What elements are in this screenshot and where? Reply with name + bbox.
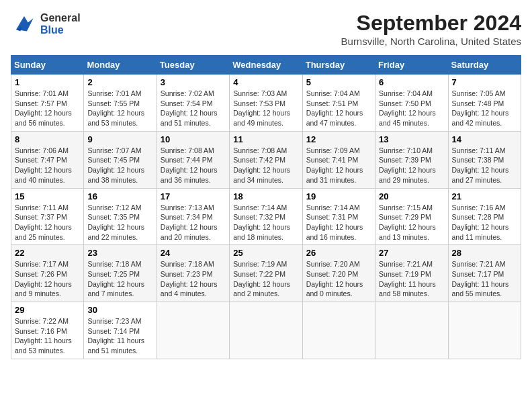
calendar-week-5: 29Sunrise: 7:22 AMSunset: 7:16 PMDayligh… — [11, 302, 521, 359]
day-header-saturday: Saturday — [448, 56, 521, 75]
calendar-cell: 13Sunrise: 7:10 AMSunset: 7:39 PMDayligh… — [375, 131, 448, 188]
day-number: 20 — [379, 191, 444, 201]
day-number: 28 — [452, 248, 517, 258]
day-info: Sunrise: 7:20 AMSunset: 7:20 PMDaylight:… — [306, 259, 371, 299]
day-number: 8 — [15, 134, 80, 144]
day-info: Sunrise: 7:06 AMSunset: 7:47 PMDaylight:… — [15, 146, 80, 185]
calendar-week-1: 1Sunrise: 7:01 AMSunset: 7:57 PMDaylight… — [11, 75, 521, 132]
day-info: Sunrise: 7:08 AMSunset: 7:44 PMDaylight:… — [161, 146, 226, 185]
calendar-cell: 14Sunrise: 7:11 AMSunset: 7:38 PMDayligh… — [448, 131, 521, 188]
calendar-cell: 25Sunrise: 7:19 AMSunset: 7:22 PMDayligh… — [230, 245, 302, 302]
logo-icon — [11, 11, 38, 38]
day-info: Sunrise: 7:01 AMSunset: 7:57 PMDaylight:… — [15, 89, 80, 128]
calendar-cell: 4Sunrise: 7:03 AMSunset: 7:53 PMDaylight… — [230, 75, 302, 132]
day-info: Sunrise: 7:07 AMSunset: 7:45 PMDaylight:… — [87, 146, 152, 185]
day-number: 9 — [87, 134, 152, 144]
calendar-table: SundayMondayTuesdayWednesdayThursdayFrid… — [11, 55, 521, 359]
calendar-cell: 30Sunrise: 7:23 AMSunset: 7:14 PMDayligh… — [84, 302, 157, 359]
calendar-cell — [302, 302, 375, 359]
day-number: 24 — [161, 248, 226, 258]
day-number: 17 — [161, 191, 226, 201]
calendar-cell: 19Sunrise: 7:14 AMSunset: 7:31 PMDayligh… — [302, 188, 375, 245]
day-info: Sunrise: 7:18 AMSunset: 7:23 PMDaylight:… — [161, 259, 226, 299]
calendar-cell: 11Sunrise: 7:08 AMSunset: 7:42 PMDayligh… — [230, 131, 302, 188]
day-info: Sunrise: 7:10 AMSunset: 7:39 PMDaylight:… — [379, 146, 444, 185]
day-info: Sunrise: 7:13 AMSunset: 7:34 PMDaylight:… — [161, 203, 226, 242]
day-info: Sunrise: 7:21 AMSunset: 7:17 PMDaylight:… — [452, 259, 517, 299]
calendar-week-3: 15Sunrise: 7:11 AMSunset: 7:37 PMDayligh… — [11, 188, 521, 245]
day-number: 7 — [452, 77, 517, 87]
day-info: Sunrise: 7:01 AMSunset: 7:55 PMDaylight:… — [87, 89, 152, 128]
calendar-cell — [230, 302, 302, 359]
calendar-cell: 2Sunrise: 7:01 AMSunset: 7:55 PMDaylight… — [84, 75, 157, 132]
calendar-cell: 15Sunrise: 7:11 AMSunset: 7:37 PMDayligh… — [11, 188, 84, 245]
page-header: General Blue September 2024 Burnsville, … — [11, 11, 521, 47]
calendar-cell: 27Sunrise: 7:21 AMSunset: 7:19 PMDayligh… — [375, 245, 448, 302]
day-header-sunday: Sunday — [11, 56, 84, 75]
day-info: Sunrise: 7:04 AMSunset: 7:50 PMDaylight:… — [379, 89, 444, 128]
page-title: September 2024 — [341, 11, 521, 36]
day-info: Sunrise: 7:23 AMSunset: 7:14 PMDaylight:… — [87, 316, 152, 356]
day-number: 2 — [87, 77, 152, 87]
calendar-cell: 20Sunrise: 7:15 AMSunset: 7:29 PMDayligh… — [375, 188, 448, 245]
calendar-header: SundayMondayTuesdayWednesdayThursdayFrid… — [11, 56, 521, 75]
day-number: 6 — [379, 77, 444, 87]
day-header-thursday: Thursday — [302, 56, 375, 75]
days-of-week-row: SundayMondayTuesdayWednesdayThursdayFrid… — [11, 56, 521, 75]
calendar-cell: 8Sunrise: 7:06 AMSunset: 7:47 PMDaylight… — [11, 131, 84, 188]
day-number: 25 — [233, 248, 298, 258]
calendar-cell: 17Sunrise: 7:13 AMSunset: 7:34 PMDayligh… — [157, 188, 229, 245]
day-number: 30 — [87, 305, 152, 315]
day-number: 16 — [87, 191, 152, 201]
day-info: Sunrise: 7:12 AMSunset: 7:35 PMDaylight:… — [87, 203, 152, 242]
calendar-week-4: 22Sunrise: 7:17 AMSunset: 7:26 PMDayligh… — [11, 245, 521, 302]
calendar-cell: 18Sunrise: 7:14 AMSunset: 7:32 PMDayligh… — [230, 188, 302, 245]
day-info: Sunrise: 7:04 AMSunset: 7:51 PMDaylight:… — [306, 89, 371, 128]
day-header-tuesday: Tuesday — [157, 56, 229, 75]
day-number: 26 — [306, 248, 371, 258]
day-info: Sunrise: 7:11 AMSunset: 7:37 PMDaylight:… — [15, 203, 80, 242]
day-info: Sunrise: 7:21 AMSunset: 7:19 PMDaylight:… — [379, 259, 444, 299]
day-number: 22 — [15, 248, 80, 258]
calendar-cell — [375, 302, 448, 359]
day-info: Sunrise: 7:15 AMSunset: 7:29 PMDaylight:… — [379, 203, 444, 242]
day-info: Sunrise: 7:11 AMSunset: 7:38 PMDaylight:… — [452, 146, 517, 185]
day-number: 23 — [87, 248, 152, 258]
day-info: Sunrise: 7:18 AMSunset: 7:25 PMDaylight:… — [87, 259, 152, 299]
calendar-cell: 23Sunrise: 7:18 AMSunset: 7:25 PMDayligh… — [84, 245, 157, 302]
calendar-cell: 26Sunrise: 7:20 AMSunset: 7:20 PMDayligh… — [302, 245, 375, 302]
day-info: Sunrise: 7:16 AMSunset: 7:28 PMDaylight:… — [452, 203, 517, 242]
day-number: 10 — [161, 134, 226, 144]
day-number: 18 — [233, 191, 298, 201]
calendar-cell: 29Sunrise: 7:22 AMSunset: 7:16 PMDayligh… — [11, 302, 84, 359]
calendar-body: 1Sunrise: 7:01 AMSunset: 7:57 PMDaylight… — [11, 75, 521, 359]
day-number: 14 — [452, 134, 517, 144]
calendar-cell: 9Sunrise: 7:07 AMSunset: 7:45 PMDaylight… — [84, 131, 157, 188]
day-info: Sunrise: 7:08 AMSunset: 7:42 PMDaylight:… — [233, 146, 298, 185]
day-number: 12 — [306, 134, 371, 144]
day-number: 29 — [15, 305, 80, 315]
title-block: September 2024 Burnsville, North Carolin… — [341, 11, 521, 47]
calendar-cell: 21Sunrise: 7:16 AMSunset: 7:28 PMDayligh… — [448, 188, 521, 245]
calendar-cell: 5Sunrise: 7:04 AMSunset: 7:51 PMDaylight… — [302, 75, 375, 132]
day-info: Sunrise: 7:09 AMSunset: 7:41 PMDaylight:… — [306, 146, 371, 185]
calendar-cell: 1Sunrise: 7:01 AMSunset: 7:57 PMDaylight… — [11, 75, 84, 132]
calendar-cell: 10Sunrise: 7:08 AMSunset: 7:44 PMDayligh… — [157, 131, 229, 188]
day-number: 4 — [233, 77, 298, 87]
day-number: 21 — [452, 191, 517, 201]
day-header-wednesday: Wednesday — [230, 56, 302, 75]
calendar-cell: 3Sunrise: 7:02 AMSunset: 7:54 PMDaylight… — [157, 75, 229, 132]
calendar-cell: 7Sunrise: 7:05 AMSunset: 7:48 PMDaylight… — [448, 75, 521, 132]
day-info: Sunrise: 7:14 AMSunset: 7:31 PMDaylight:… — [306, 203, 371, 242]
calendar-cell — [157, 302, 229, 359]
day-number: 15 — [15, 191, 80, 201]
calendar-cell: 12Sunrise: 7:09 AMSunset: 7:41 PMDayligh… — [302, 131, 375, 188]
day-header-friday: Friday — [375, 56, 448, 75]
calendar-cell: 22Sunrise: 7:17 AMSunset: 7:26 PMDayligh… — [11, 245, 84, 302]
calendar-cell: 28Sunrise: 7:21 AMSunset: 7:17 PMDayligh… — [448, 245, 521, 302]
logo-name: General Blue — [40, 12, 81, 36]
logo-general-text: General — [40, 12, 81, 24]
calendar-cell: 16Sunrise: 7:12 AMSunset: 7:35 PMDayligh… — [84, 188, 157, 245]
day-number: 13 — [379, 134, 444, 144]
day-header-monday: Monday — [84, 56, 157, 75]
